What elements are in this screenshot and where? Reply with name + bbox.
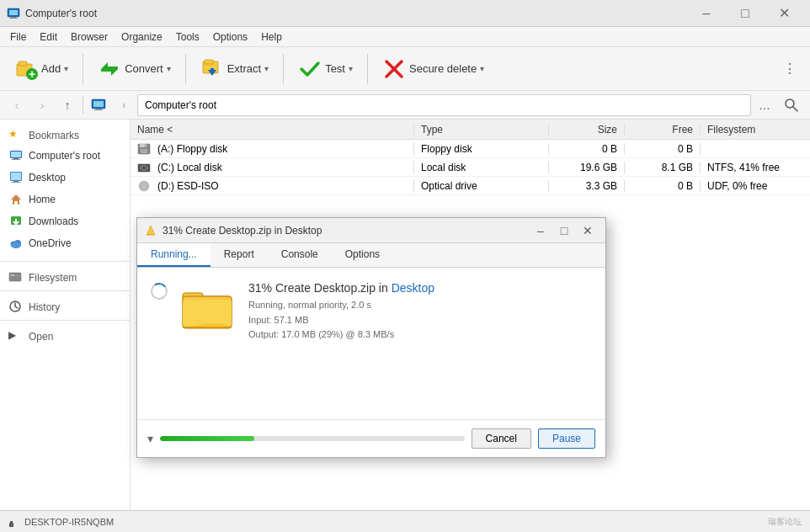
close-button[interactable]: ✕ — [765, 0, 803, 27]
secure-delete-icon — [382, 57, 406, 81]
sidebar-bookmarks-header[interactable]: ★ Bookmarks — [0, 123, 130, 145]
svg-text:+: + — [29, 67, 35, 81]
local-size: 19.6 GB — [549, 162, 625, 173]
svg-rect-60 — [183, 300, 232, 327]
dialog-sub-line2: Input: 57.1 MB — [248, 313, 592, 328]
svg-rect-13 — [210, 68, 214, 73]
extract-button[interactable]: Extract ▾ — [193, 52, 276, 86]
svg-rect-28 — [13, 181, 19, 182]
toolbar-sep-4 — [367, 54, 368, 84]
menu-tools[interactable]: Tools — [169, 29, 206, 45]
sidebar-history-label: History — [29, 301, 60, 313]
convert-icon — [98, 57, 121, 81]
status-bar: DESKTOP-IR5NQBM 瑞客论坛 — [0, 510, 810, 532]
sidebar-history-item[interactable]: History — [0, 295, 130, 317]
col-header-name[interactable]: Name < — [131, 124, 414, 136]
sidebar-open-item[interactable]: ▶ Open — [0, 324, 130, 346]
svg-rect-45 — [141, 149, 147, 153]
svg-rect-33 — [15, 219, 17, 223]
secure-delete-button[interactable]: Secure delete ▾ — [375, 52, 492, 86]
svg-rect-2 — [11, 17, 16, 18]
more-button[interactable]: … — [753, 93, 776, 117]
svg-point-51 — [143, 185, 145, 187]
table-row[interactable]: (A:) Floppy disk Floppy disk 0 B 0 B — [131, 140, 810, 158]
cancel-button[interactable]: Cancel — [472, 428, 531, 449]
sidebar-bookmarks-section: ★ Bookmarks Computer's root Desktop Hom — [0, 120, 130, 258]
sidebar-item-onedrive[interactable]: OneDrive — [0, 232, 130, 254]
svg-marker-30 — [11, 194, 21, 205]
dialog-body: 31% Create Desktop.zip in Desktop Runnin… — [137, 268, 605, 419]
bookmarks-label: Bookmarks — [29, 130, 79, 141]
sidebar: ★ Bookmarks Computer's root Desktop Hom — [0, 120, 131, 510]
dialog-minimize-button[interactable]: – — [530, 221, 552, 240]
convert-button[interactable]: Convert ▾ — [90, 52, 179, 86]
details-chevron[interactable]: ▾ — [147, 432, 153, 445]
downloads-icon — [8, 214, 24, 229]
tab-console[interactable]: Console — [268, 243, 332, 267]
col-header-filesystem[interactable]: Filesystem — [701, 124, 810, 136]
file-name-optical: (D:) ESD-ISO — [131, 179, 414, 193]
minimize-button[interactable]: – — [687, 0, 726, 27]
dialog-app-icon — [144, 224, 157, 237]
file-name-floppy: (A:) Floppy disk — [131, 142, 414, 156]
computer-icon — [8, 148, 24, 163]
col-header-type[interactable]: Type — [414, 124, 549, 136]
svg-point-54 — [11, 524, 12, 524]
col-header-free[interactable]: Free — [625, 124, 701, 136]
tab-options[interactable]: Options — [332, 243, 393, 267]
menu-bar: File Edit Browser Organize Tools Options… — [0, 27, 810, 47]
sidebar-filesystem-item[interactable]: Filesystem — [0, 265, 130, 287]
convert-arrow: ▾ — [167, 64, 171, 73]
svg-rect-44 — [145, 144, 146, 147]
test-button[interactable]: Test ▾ — [290, 52, 360, 86]
menu-browser[interactable]: Browser — [64, 29, 115, 45]
breadcrumb-path: Computer's root — [145, 99, 216, 111]
sidebar-item-downloads[interactable]: Downloads — [0, 210, 130, 232]
search-button[interactable] — [778, 92, 805, 119]
secure-delete-arrow: ▾ — [480, 64, 484, 73]
svg-point-48 — [142, 167, 146, 169]
add-arrow: ▾ — [64, 64, 68, 73]
table-row[interactable]: (C:) Local disk Local disk 19.6 GB 8.1 G… — [131, 158, 810, 177]
local-name: (C:) Local disk — [157, 162, 222, 173]
test-arrow: ▾ — [349, 64, 353, 73]
forward-button[interactable]: › — [30, 93, 54, 117]
optical-name: (D:) ESD-ISO — [157, 180, 219, 192]
svg-marker-8 — [101, 62, 118, 69]
pause-button[interactable]: Pause — [538, 428, 595, 449]
floppy-type: Floppy disk — [414, 143, 549, 155]
back-button[interactable]: ‹ — [5, 93, 29, 117]
up-button[interactable]: ↑ — [56, 93, 79, 117]
add-icon: + — [14, 57, 38, 81]
tab-report[interactable]: Report — [210, 243, 268, 267]
sidebar-open-label: Open — [29, 331, 53, 343]
extract-icon — [200, 57, 224, 81]
menu-file[interactable]: File — [3, 29, 33, 45]
file-header: Name < Type Size Free Filesystem — [131, 120, 810, 140]
col-header-size[interactable]: Size — [549, 124, 625, 136]
menu-edit[interactable]: Edit — [33, 29, 64, 45]
sidebar-item-computers-root[interactable]: Computer's root — [0, 145, 130, 167]
extract-arrow: ▾ — [264, 64, 269, 73]
svg-rect-11 — [205, 60, 213, 64]
toolbar-more[interactable]: ⋮ — [776, 57, 803, 80]
menu-options[interactable]: Options — [206, 29, 254, 45]
svg-rect-24 — [13, 158, 19, 159]
progress-bar-container — [160, 436, 465, 441]
dialog-progress-row: 31% Create Desktop.zip in Desktop Runnin… — [151, 281, 592, 343]
status-text: DESKTOP-IR5NQBM — [24, 517, 114, 527]
svg-marker-55 — [147, 226, 155, 235]
dialog-close-button[interactable]: ✕ — [577, 221, 599, 240]
table-row[interactable]: (D:) ESD-ISO Optical drive 3.3 GB 0 B UD… — [131, 177, 810, 195]
dialog-maximize-button[interactable]: □ — [553, 221, 575, 240]
add-button[interactable]: + Add ▾ — [7, 52, 76, 86]
breadcrumb[interactable]: Computer's root — [137, 94, 751, 116]
bookmarks-icon: ★ — [8, 128, 24, 143]
menu-help[interactable]: Help — [254, 29, 289, 45]
maximize-button[interactable]: □ — [726, 0, 765, 27]
menu-organize[interactable]: Organize — [115, 29, 169, 45]
sidebar-item-home[interactable]: Home — [0, 189, 130, 210]
progress-spinner — [148, 280, 170, 302]
sidebar-item-desktop[interactable]: Desktop — [0, 167, 130, 189]
tab-running[interactable]: Running... — [137, 243, 210, 267]
